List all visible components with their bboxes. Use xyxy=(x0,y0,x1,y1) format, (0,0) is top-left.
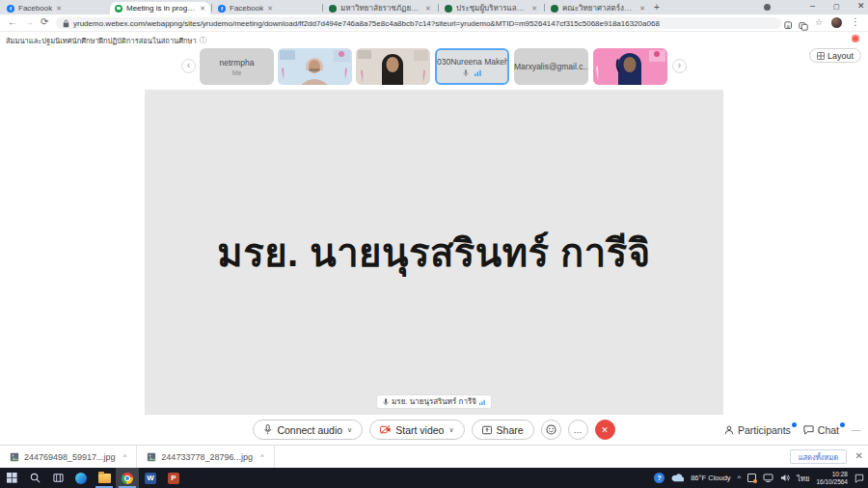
participants-panel-button[interactable]: Participants xyxy=(724,424,791,436)
taskbar-word-button[interactable]: W xyxy=(139,468,162,488)
speaker-icon[interactable] xyxy=(780,474,790,482)
chevron-up-icon[interactable]: ^ xyxy=(260,452,264,461)
chevron-up-icon[interactable]: ^ xyxy=(123,452,127,461)
keyboard-language-indicator[interactable]: ไทย xyxy=(797,473,809,484)
download-filename: 244733778_28796...jpg xyxy=(161,452,253,462)
windows-taskbar: W P ? 86°F Cloudy ^ ไทย 10: xyxy=(0,468,868,488)
taskbar-chrome-button[interactable] xyxy=(116,468,139,488)
chat-bubble-icon xyxy=(803,425,814,435)
forward-button[interactable]: → xyxy=(24,16,34,27)
grid-icon xyxy=(817,52,825,60)
camera-off-icon xyxy=(380,425,391,434)
chevron-down-icon[interactable]: ∨ xyxy=(448,426,453,434)
meeting-header: สัมมนาและปฐมนิเทศนักศึกษาฝึกปฏิบัติการสอ… xyxy=(0,32,868,46)
mic-icon xyxy=(463,69,469,77)
participant-thumbnail-email[interactable]: Marxyalis@gmail.c... xyxy=(514,48,588,85)
participants-icon xyxy=(724,425,734,435)
address-bar[interactable]: yrudemo.webex.com/webappng/sites/yrudemo… xyxy=(56,17,781,29)
meeting-title-text: สัมมนาและปฐมนิเทศนักศึกษาฝึกปฏิบัติการสอ… xyxy=(6,35,197,46)
reactions-button[interactable] xyxy=(541,420,561,440)
chat-notification-dot xyxy=(840,422,845,427)
participant-video-frame xyxy=(593,48,667,85)
taskbar-clock[interactable]: 10:28 16/10/2564 xyxy=(816,471,848,485)
tab-facebook-1[interactable]: f Facebook ✕ xyxy=(2,2,108,14)
share-button[interactable]: Share xyxy=(472,420,534,440)
participant-video-frame xyxy=(278,48,352,85)
bookmark-star-icon[interactable]: ☆ xyxy=(815,17,823,27)
taskbar-file-explorer-button[interactable] xyxy=(93,468,116,488)
start-button[interactable] xyxy=(0,468,23,488)
chevron-down-icon[interactable]: ∨ xyxy=(347,426,352,434)
browser-menu-icon[interactable]: ⋮ xyxy=(851,16,860,27)
participant-self-tag: Me xyxy=(200,69,274,76)
task-view-icon xyxy=(53,473,64,483)
tab-close-icon[interactable]: ✕ xyxy=(531,5,537,13)
site-logo-icon xyxy=(329,5,337,13)
strip-scroll-left-button[interactable]: ‹ xyxy=(181,59,196,73)
tab-close-icon[interactable]: ✕ xyxy=(267,5,273,13)
weather-text[interactable]: 86°F Cloudy xyxy=(691,474,730,482)
window-minimize-button[interactable]: – xyxy=(810,1,815,11)
meeting-control-bar: Connect audio ∨ Start video ∨ Share xyxy=(0,415,868,445)
window-maximize-button[interactable]: ▢ xyxy=(833,3,840,11)
layout-button[interactable]: Layout xyxy=(809,48,861,63)
tab-close-icon[interactable]: ✕ xyxy=(200,5,205,13)
download-item[interactable]: 244769498_59917...jpg ^ xyxy=(0,446,137,468)
main-video-stage: มรย. นายนุรสรินทร์ การีจิ มรย. นายนุรสริ… xyxy=(145,90,723,415)
help-tray-icon[interactable]: ? xyxy=(654,473,665,483)
more-panels-icon[interactable]: — xyxy=(852,425,860,435)
network-display-icon[interactable] xyxy=(763,474,773,482)
tray-chevron-up-icon[interactable]: ^ xyxy=(738,474,742,482)
leave-meeting-button[interactable]: ✕ xyxy=(595,420,615,440)
window-close-button[interactable]: ✕ xyxy=(857,1,865,11)
start-video-label: Start video xyxy=(395,424,444,436)
participant-video-frame xyxy=(356,48,430,85)
close-icon: ✕ xyxy=(601,425,609,435)
task-view-button[interactable] xyxy=(46,468,69,488)
connect-audio-button[interactable]: Connect audio ∨ xyxy=(253,420,363,440)
show-all-downloads-button[interactable]: แสดงทั้งหมด xyxy=(790,449,847,464)
profile-avatar[interactable] xyxy=(831,17,842,28)
share-screen-icon xyxy=(482,425,492,435)
action-center-icon[interactable] xyxy=(854,474,864,483)
tab-meeting[interactable]: Meeting is in progress... ✕ xyxy=(110,2,210,14)
participant-thumbnail-video[interactable] xyxy=(593,48,667,85)
search-icon xyxy=(30,473,41,483)
connect-audio-label: Connect audio xyxy=(277,424,342,436)
strip-scroll-right-button[interactable]: › xyxy=(672,59,687,73)
participant-name: 030Nureena Makeh xyxy=(437,57,507,67)
more-options-button[interactable]: … xyxy=(568,420,588,440)
download-item[interactable]: 244733778_28796...jpg ^ xyxy=(137,446,274,468)
tab-meeting-doc[interactable]: ประชุมผู้บริหารและอาจารย์ที่ปรึกษา โดย..… xyxy=(440,2,542,14)
new-tab-button[interactable]: + xyxy=(654,2,660,13)
share-label: Share xyxy=(497,424,524,436)
participant-thumbnail-video[interactable] xyxy=(356,48,430,85)
tab-facebook-2[interactable]: f Facebook ✕ xyxy=(213,2,319,14)
tab-separator xyxy=(544,4,545,12)
participant-thumbnail-selected[interactable]: 030Nureena Makeh xyxy=(435,48,509,85)
tab-separator xyxy=(438,4,439,12)
weather-cloud-icon xyxy=(671,474,684,482)
tray-app-notification-icon[interactable] xyxy=(747,474,756,482)
reload-button[interactable]: ⟳ xyxy=(41,16,48,27)
participant-thumbnail-video[interactable] xyxy=(278,48,352,85)
taskbar-search-button[interactable] xyxy=(23,468,46,488)
participant-name: Marxyalis@gmail.c... xyxy=(514,62,588,71)
lock-icon xyxy=(63,19,69,28)
tab-university[interactable]: มหาวิทยาลัยราชภัฏยะลา : ระบบรับสมัครน...… xyxy=(324,2,436,14)
tab-separator xyxy=(322,4,323,12)
info-icon[interactable]: ⓘ xyxy=(200,36,207,45)
tab-faculty[interactable]: คณะวิทยาศาสตร์งานทุนพระราชทานโครงกา... ✕ xyxy=(546,2,650,14)
downloads-bar-close-icon[interactable]: ✕ xyxy=(855,450,863,461)
tab-close-icon[interactable]: ✕ xyxy=(639,5,645,13)
back-button[interactable]: ← xyxy=(8,16,17,27)
tab-close-icon[interactable]: ✕ xyxy=(425,5,431,13)
tab-close-icon[interactable]: ✕ xyxy=(56,5,62,13)
taskbar-powerpoint-button[interactable]: P xyxy=(162,468,185,488)
search-tabs-icon[interactable] xyxy=(764,4,771,11)
chat-panel-button[interactable]: Chat xyxy=(803,424,839,436)
active-speaker-name: มรย. นายนุรสรินทร์ การีจิ xyxy=(217,222,650,284)
taskbar-edge-button[interactable] xyxy=(69,468,93,488)
participant-thumbnail-self[interactable]: netrmpha Me xyxy=(200,48,274,85)
start-video-button[interactable]: Start video ∨ xyxy=(369,420,464,440)
